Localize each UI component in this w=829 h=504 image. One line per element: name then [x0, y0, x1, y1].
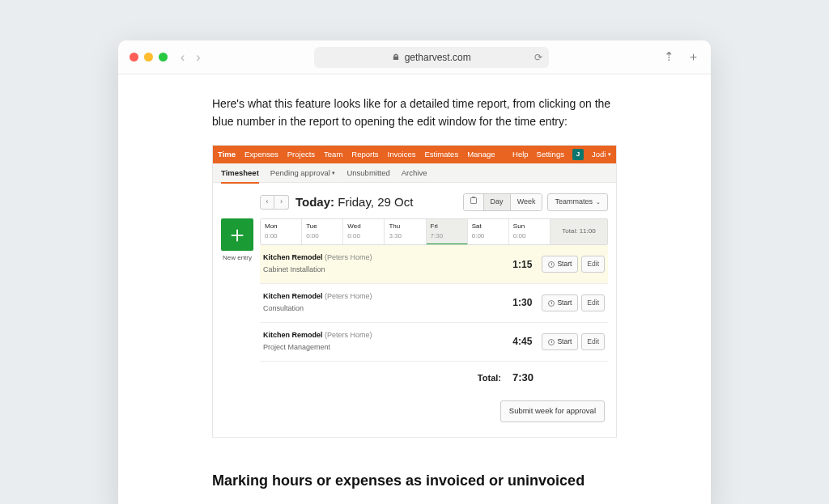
nav-team[interactable]: Team [324, 149, 342, 161]
forward-button[interactable]: › [196, 50, 200, 65]
day-title: Today: Friday, 29 Oct [295, 193, 413, 211]
nav-time[interactable]: Time [218, 149, 236, 161]
clock-icon [548, 300, 555, 307]
share-icon[interactable]: ⇡ [664, 49, 674, 65]
week-view-button[interactable]: Week [511, 194, 542, 210]
new-entry-button[interactable]: ＋ [221, 218, 253, 251]
nav-arrows: ‹ › [181, 50, 201, 65]
entry-row: Kitchen Remodel (Peters Home) Cabinet In… [260, 245, 608, 284]
weekday-fri[interactable]: Fri7:30 [427, 219, 468, 246]
app-screenshot: Time Expenses Projects Team Reports Invo… [212, 145, 617, 438]
day-total-value: 7:30 [512, 370, 534, 386]
teammates-dropdown[interactable]: Teammates ⌄ [547, 193, 608, 211]
nav-help[interactable]: Help [512, 149, 529, 161]
day-total-label: Total: [478, 371, 501, 385]
clock-icon [548, 261, 555, 268]
nav-projects[interactable]: Projects [287, 149, 315, 161]
nav-estimates[interactable]: Estimates [424, 149, 458, 161]
browser-toolbar: ‹ › 🔒︎ getharvest.com ⟳ ⇡ ＋ [118, 40, 711, 74]
chevron-down-icon: ▾ [608, 151, 611, 157]
start-timer-button[interactable]: Start [542, 333, 578, 350]
entry-info: Kitchen Remodel (Peters Home) Project Ma… [263, 330, 500, 354]
weekday-row: Mon0:00 Tue0:00 Wed0:00 Thu3:30 Fri7:30 … [260, 218, 608, 246]
entry-time: 4:45 [500, 334, 537, 349]
start-timer-button[interactable]: Start [542, 256, 578, 273]
section-heading: Marking hours or expenses as invoiced or… [212, 470, 617, 493]
maximize-window-button[interactable] [159, 53, 168, 61]
submit-week-button[interactable]: Submit week for approval [500, 400, 605, 422]
refresh-icon[interactable]: ⟳ [534, 52, 542, 63]
entry-time: 1:15 [500, 257, 537, 273]
nav-invoices[interactable]: Invoices [388, 149, 416, 161]
weekday-tue[interactable]: Tue0:00 [302, 219, 343, 245]
edit-entry-button[interactable]: Edit [581, 294, 605, 311]
new-tab-icon[interactable]: ＋ [687, 49, 699, 65]
address-bar[interactable]: 🔒︎ getharvest.com ⟳ [314, 47, 549, 68]
day-header: ‹ › Today: Friday, 29 Oct Day Week T [260, 193, 608, 211]
prev-day-button[interactable]: ‹ [260, 195, 274, 210]
subnav-timesheet[interactable]: Timesheet [221, 167, 259, 184]
nav-manage[interactable]: Manage [467, 149, 495, 161]
nav-reports[interactable]: Reports [351, 149, 378, 161]
calendar-icon [470, 197, 477, 204]
entry-time: 1:30 [500, 295, 537, 311]
subnav-unsubmitted[interactable]: Unsubmitted [346, 167, 389, 180]
start-timer-button[interactable]: Start [542, 294, 578, 311]
day-total-row: Total: 7:30 [260, 362, 608, 386]
week-table: Mon0:00 Tue0:00 Wed0:00 Thu3:30 Fri7:30 … [260, 218, 608, 422]
browser-window: ‹ › 🔒︎ getharvest.com ⟳ ⇡ ＋ Here's what … [118, 40, 711, 504]
back-button[interactable]: ‹ [181, 50, 185, 65]
entry-info: Kitchen Remodel (Peters Home) Cabinet In… [263, 252, 500, 276]
lock-icon: 🔒︎ [392, 53, 400, 61]
week-total-cell: Total: 11:00 [551, 219, 607, 245]
app-primary-nav: Time Expenses Projects Team Reports Invo… [213, 146, 616, 163]
weekday-sun[interactable]: Sun0:00 [509, 219, 551, 245]
subnav-archive[interactable]: Archive [402, 167, 427, 180]
entry-zone: ＋ New entry Mon0:00 Tue0:00 Wed0:00 Thu3… [221, 218, 608, 422]
window-controls [130, 53, 168, 61]
chevron-down-icon: ⌄ [596, 198, 601, 207]
entry-row: Kitchen Remodel (Peters Home) Consultati… [260, 284, 608, 323]
new-entry-column: ＋ New entry [221, 218, 253, 422]
url-text: getharvest.com [405, 52, 471, 63]
weekday-wed[interactable]: Wed0:00 [343, 219, 385, 245]
minimize-window-button[interactable] [144, 53, 153, 61]
user-menu[interactable]: Jodi ▾ [592, 149, 611, 161]
page-content: Here's what this feature looks like for … [118, 74, 711, 504]
clock-icon [548, 339, 555, 345]
entry-info: Kitchen Remodel (Peters Home) Consultati… [263, 291, 500, 315]
toolbar-right: ⇡ ＋ [664, 49, 699, 65]
weekday-mon[interactable]: Mon0:00 [261, 219, 302, 245]
day-nav: ‹ › [260, 195, 289, 210]
entries-list: Kitchen Remodel (Peters Home) Cabinet In… [260, 245, 608, 362]
user-avatar[interactable]: J [572, 149, 584, 160]
close-window-button[interactable] [130, 53, 138, 61]
submit-row: Submit week for approval [260, 386, 608, 422]
weekday-thu[interactable]: Thu3:30 [385, 219, 426, 245]
weekday-sat[interactable]: Sat0:00 [468, 219, 509, 245]
day-view-button[interactable]: Day [484, 194, 511, 210]
next-day-button[interactable]: › [274, 195, 289, 210]
chevron-down-icon: ▾ [332, 170, 335, 176]
edit-entry-button[interactable]: Edit [581, 256, 605, 273]
entry-row: Kitchen Remodel (Peters Home) Project Ma… [260, 323, 608, 362]
intro-paragraph: Here's what this feature looks like for … [212, 95, 617, 130]
view-controls: Day Week Teammates ⌄ [463, 193, 608, 211]
subnav-pending[interactable]: Pending approval ▾ [270, 167, 336, 180]
app-subnav: Timesheet Pending approval ▾ Unsubmitted… [213, 163, 616, 183]
nav-settings[interactable]: Settings [537, 149, 564, 161]
calendar-toggle: Day Week [463, 193, 543, 211]
new-entry-label: New entry [223, 253, 252, 263]
calendar-button[interactable] [464, 194, 484, 210]
edit-entry-button[interactable]: Edit [581, 333, 605, 350]
nav-expenses[interactable]: Expenses [244, 149, 278, 161]
app-body: ‹ › Today: Friday, 29 Oct Day Week T [213, 183, 616, 437]
